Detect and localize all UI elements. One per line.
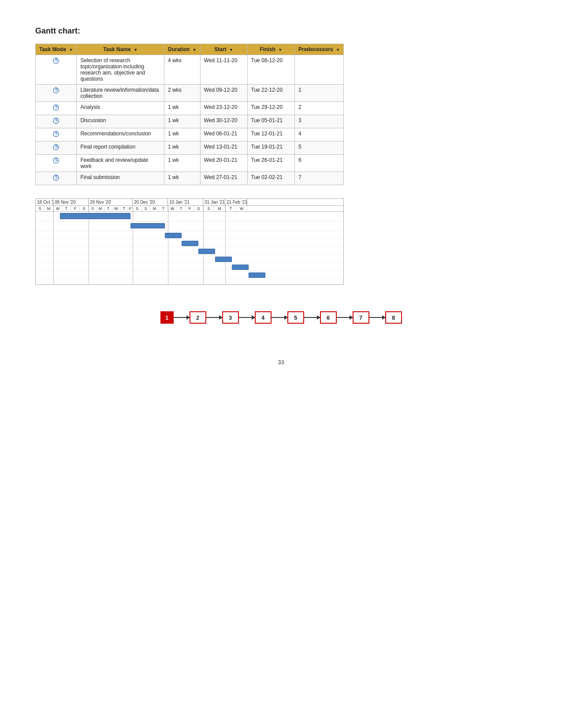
day-t6: T xyxy=(225,206,236,211)
page-number: 33 xyxy=(35,359,527,366)
table-row: Analysis1 wkWed 23-12-20Tue 29-12-202 xyxy=(36,102,344,115)
gantt-bar-2 xyxy=(130,223,165,228)
task-duration-cell: 1 wk xyxy=(164,128,201,142)
gantt-bar-5 xyxy=(198,249,215,254)
day-m1: M xyxy=(45,206,53,211)
task-mode-dropdown-icon[interactable]: ▼ xyxy=(69,48,73,52)
col-header-task-name-label: Task Name xyxy=(103,46,130,52)
task-finish-cell: Tue 29-12-20 xyxy=(247,102,294,115)
task-name-cell: Final submission xyxy=(77,172,164,185)
nd-box-3: 3 xyxy=(222,311,239,324)
day-w1: W xyxy=(53,206,62,211)
day-t2: T xyxy=(104,206,112,211)
auto-schedule-icon xyxy=(52,104,60,111)
gantt-chart-area: 18 Oct '20 08 Nov '20 29 Nov '20 20 Dec … xyxy=(35,198,344,285)
gantt-table: Task Mode ▼ Task Name ▼ Duration ▼ Start… xyxy=(35,44,344,185)
table-row: Recommendations/conclusion1 wkWed 06-01-… xyxy=(36,128,344,142)
nd-arrow-1 xyxy=(174,317,190,318)
gantt-bar-3 xyxy=(165,233,182,238)
auto-schedule-icon xyxy=(52,174,60,181)
task-predecessors-cell: 3 xyxy=(294,115,343,128)
gantt-row-2 xyxy=(36,221,343,231)
auto-schedule-icon xyxy=(52,87,60,94)
predecessors-dropdown-icon[interactable]: ▼ xyxy=(336,48,340,52)
task-duration-cell: 1 wk xyxy=(164,142,201,155)
task-finish-cell: Tue 05-01-21 xyxy=(247,115,294,128)
task-name-cell: Feedback and review/update work xyxy=(77,155,164,172)
task-mode-cell xyxy=(36,115,77,128)
day-t3: T xyxy=(120,206,128,211)
network-diagram: 1 2 3 4 5 6 7 8 xyxy=(131,302,431,332)
nd-arrow-7 xyxy=(369,317,385,318)
task-start-cell: Wed 11-11-20 xyxy=(200,55,247,85)
timeline-month-7: 21 Feb '21 xyxy=(225,199,247,205)
task-start-cell: Wed 23-12-20 xyxy=(200,102,247,115)
col-header-task-mode[interactable]: Task Mode ▼ xyxy=(36,44,77,55)
nd-arrow-4 xyxy=(272,317,287,318)
task-mode-cell xyxy=(36,55,77,85)
task-finish-cell: Tue 22-12-20 xyxy=(247,85,294,102)
task-mode-cell xyxy=(36,85,77,102)
task-mode-cell xyxy=(36,155,77,172)
col-header-predecessors-label: Predecessors xyxy=(298,46,333,52)
duration-dropdown-icon[interactable]: ▼ xyxy=(193,48,197,52)
table-row: Feedback and review/update work1 wkWed 2… xyxy=(36,155,344,172)
auto-schedule-icon xyxy=(52,144,60,151)
day-s3: S xyxy=(89,206,97,211)
task-name-dropdown-icon[interactable]: ▼ xyxy=(134,48,138,52)
task-predecessors-cell: 1 xyxy=(294,85,343,102)
gantt-bar-8 xyxy=(249,273,265,278)
day-t5: T xyxy=(177,206,186,211)
col-header-duration[interactable]: Duration ▼ xyxy=(164,44,201,55)
task-start-cell: Wed 30-12-20 xyxy=(200,115,247,128)
start-dropdown-icon[interactable]: ▼ xyxy=(229,48,233,52)
gantt-row-6 xyxy=(36,255,343,263)
day-m4: M xyxy=(214,206,225,211)
timeline-month-5: 10 Jan '21 xyxy=(168,199,203,205)
timeline-month-1: 18 Oct '20 xyxy=(36,199,53,205)
task-duration-cell: 1 wk xyxy=(164,155,201,172)
task-finish-cell: Tue 08-12-20 xyxy=(247,55,294,85)
nd-box-7: 7 xyxy=(353,311,369,324)
day-s4: S xyxy=(133,206,141,211)
col-header-predecessors[interactable]: Predecessors ▼ xyxy=(294,44,343,55)
finish-dropdown-icon[interactable]: ▼ xyxy=(278,48,282,52)
table-row: Selection of research topic/organisation… xyxy=(36,55,344,85)
col-header-start-label: Start xyxy=(214,46,226,52)
day-w4: W xyxy=(236,206,247,211)
day-m3: M xyxy=(150,206,159,211)
task-mode-cell xyxy=(36,128,77,142)
gantt-row-3 xyxy=(36,231,343,239)
gantt-bar-4 xyxy=(182,241,198,246)
nd-arrow-6 xyxy=(337,317,353,318)
timeline-month-4: 20 Dec '20 xyxy=(133,199,168,205)
col-header-task-name[interactable]: Task Name ▼ xyxy=(77,44,164,55)
auto-schedule-icon xyxy=(52,157,60,164)
day-f3: F xyxy=(186,206,194,211)
gantt-body xyxy=(36,212,343,284)
col-header-task-mode-label: Task Mode xyxy=(39,46,66,52)
day-s6: S xyxy=(194,206,203,211)
nd-box-4: 4 xyxy=(255,311,272,324)
task-duration-cell: 1 wk xyxy=(164,172,201,185)
task-mode-cell xyxy=(36,172,77,185)
table-row: Final submission1 wkWed 27-01-21Tue 02-0… xyxy=(36,172,344,185)
day-f1: F xyxy=(71,206,80,211)
task-predecessors-cell xyxy=(294,55,343,85)
task-name-cell: Literature review/information/data colle… xyxy=(77,85,164,102)
gantt-row-5 xyxy=(36,247,343,255)
task-mode-cell xyxy=(36,142,77,155)
task-start-cell: Wed 27-01-21 xyxy=(200,172,247,185)
col-header-finish-label: Finish xyxy=(260,46,275,52)
day-s1: S xyxy=(36,206,45,211)
col-header-finish[interactable]: Finish ▼ xyxy=(247,44,294,55)
day-m2: M xyxy=(97,206,104,211)
nd-box-2: 2 xyxy=(190,311,206,324)
task-name-cell: Discussion xyxy=(77,115,164,128)
col-header-start[interactable]: Start ▼ xyxy=(200,44,247,55)
day-s7: S xyxy=(203,206,214,211)
task-start-cell: Wed 13-01-21 xyxy=(200,142,247,155)
nd-box-6: 6 xyxy=(320,311,337,324)
timeline-month-2: 08 Nov '20 xyxy=(53,199,89,205)
gantt-bar-1 xyxy=(60,213,130,219)
